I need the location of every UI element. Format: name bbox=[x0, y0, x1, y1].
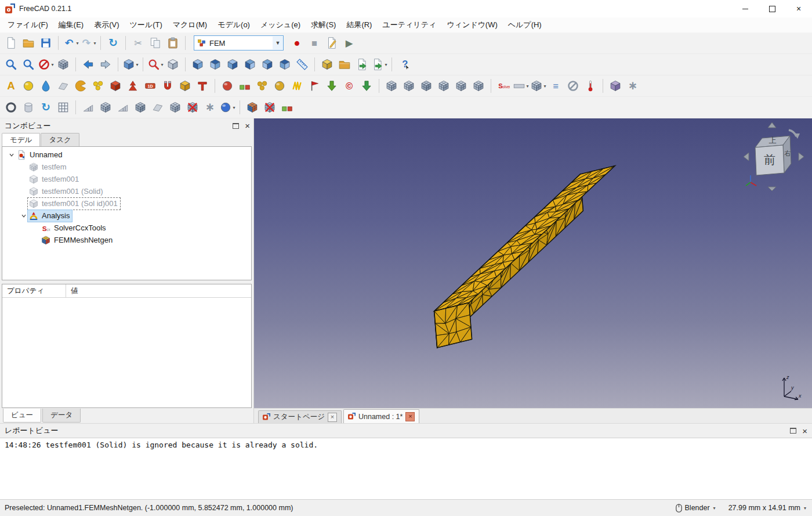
result-mesh-hide-button[interactable] bbox=[261, 99, 278, 116]
fem-constraint-bearing-button[interactable] bbox=[159, 77, 176, 95]
paste-button[interactable] bbox=[164, 34, 182, 52]
post-filter-data-at-point-button[interactable]: ∗ bbox=[201, 99, 219, 116]
view-zoom-button[interactable]: ▾ bbox=[147, 56, 164, 73]
menu-item-7[interactable]: 求解(S) bbox=[306, 17, 341, 33]
refresh-button[interactable]: ↻ bbox=[104, 34, 122, 52]
tree-item-unnamed[interactable]: Unnamed bbox=[2, 149, 251, 161]
tab-data[interactable]: データ bbox=[42, 409, 81, 423]
fem-mesh-boundary-layer-button[interactable] bbox=[418, 77, 435, 95]
tree-item-testfem[interactable]: testfem bbox=[2, 161, 251, 173]
post-data-along-line-button[interactable] bbox=[20, 99, 37, 116]
macro-edit-button[interactable] bbox=[323, 34, 340, 52]
fem-preferences-button[interactable]: ∗ bbox=[624, 77, 641, 95]
fem-constraint-centrifugal-button[interactable]: © bbox=[340, 77, 358, 95]
file-save-button[interactable] bbox=[37, 34, 55, 52]
expander-icon[interactable] bbox=[19, 213, 28, 219]
tab-tasks[interactable]: タスク bbox=[41, 133, 79, 146]
tree-item-testfem001-sol-id-001[interactable]: testfem001 (Sol id)001 bbox=[2, 197, 251, 210]
fem-constraint-force-button[interactable] bbox=[306, 77, 323, 95]
close-tab-icon[interactable]: × bbox=[405, 412, 415, 421]
float-panel-button[interactable] bbox=[233, 123, 239, 129]
minimize-button[interactable] bbox=[732, 0, 759, 17]
fem-mesh-region-button[interactable] bbox=[435, 77, 452, 95]
fem-solver-ccxtools-button[interactable]: Solver bbox=[495, 77, 512, 95]
view-axis-cross-button[interactable] bbox=[164, 56, 182, 73]
post-filter-region-clip-button[interactable] bbox=[97, 99, 114, 116]
menu-item-4[interactable]: マクロ(M) bbox=[168, 17, 212, 33]
fem-constraint-contact-button[interactable] bbox=[253, 77, 271, 95]
tree-item-testfem001[interactable]: testfem001 bbox=[2, 173, 251, 185]
document-tab-1[interactable]: Unnamed : 1*× bbox=[343, 409, 419, 423]
post-filter-warp-button[interactable] bbox=[79, 99, 97, 116]
view-front-button[interactable] bbox=[189, 56, 206, 73]
menu-item-5[interactable]: モデル(o) bbox=[212, 17, 255, 33]
post-filter-cut-function-button[interactable] bbox=[132, 99, 149, 116]
group-create-button[interactable] bbox=[336, 56, 353, 73]
undo-button[interactable]: ↶▾ bbox=[62, 34, 79, 52]
fem-constraint-fixed-button[interactable] bbox=[219, 77, 236, 95]
fem-solver-elmer-button[interactable]: ▾ bbox=[530, 77, 547, 95]
cut-button[interactable]: ✂ bbox=[129, 34, 147, 52]
fem-constraint-section-print-button[interactable] bbox=[194, 77, 211, 95]
property-list[interactable] bbox=[2, 298, 251, 407]
fem-equation-flow-button[interactable]: ≡ bbox=[547, 77, 564, 95]
tree-item-solverccxtools[interactable]: ScxSolverCcxTools bbox=[2, 222, 251, 234]
fem-clipping-plane-button[interactable] bbox=[564, 77, 582, 95]
fem-constraint-spring-button[interactable] bbox=[288, 77, 306, 95]
fem-post-apply-changes-button[interactable] bbox=[607, 77, 624, 95]
close-button[interactable]: × bbox=[785, 0, 812, 17]
tree-item-analysis[interactable]: Analysis bbox=[2, 210, 251, 222]
fem-mesh-gmsh-button[interactable] bbox=[400, 77, 418, 95]
maximize-button[interactable] bbox=[759, 0, 785, 17]
fem-constraint-pressure-button[interactable] bbox=[323, 77, 340, 95]
close-panel-button[interactable]: × bbox=[245, 121, 250, 130]
fem-constraint-gravity-button[interactable] bbox=[358, 77, 375, 95]
nav-forward-button[interactable] bbox=[97, 56, 114, 73]
fem-element-geometry-2d-button[interactable] bbox=[55, 77, 72, 95]
fem-analysis-button[interactable]: A bbox=[2, 77, 20, 95]
3d-viewport[interactable]: 前 上 右 z y bbox=[254, 118, 812, 408]
menu-item-6[interactable]: メッシュ(e) bbox=[255, 17, 306, 33]
menu-item-8[interactable]: 結果(R) bbox=[341, 17, 377, 33]
fem-solver-mystran-button[interactable]: ▾ bbox=[512, 77, 530, 95]
draw-style-button[interactable]: ▾ bbox=[37, 56, 55, 73]
document-tab-0[interactable]: スタートページ× bbox=[258, 410, 342, 423]
macro-record-button[interactable]: ● bbox=[288, 34, 306, 52]
menu-item-9[interactable]: ユーティリティ bbox=[377, 17, 441, 33]
menu-item-11[interactable]: ヘルプ(H) bbox=[503, 17, 547, 33]
post-refresh-button[interactable]: ↻ bbox=[37, 99, 55, 116]
menu-item-3[interactable]: ツール(T) bbox=[125, 17, 168, 33]
tree-item-testfem001-solid[interactable]: testfem001 (Solid) bbox=[2, 185, 251, 197]
workbench-selector[interactable]: FEM▼ bbox=[194, 35, 284, 50]
navigation-cube[interactable]: 前 上 右 bbox=[739, 121, 807, 192]
macro-stop-button[interactable]: ■ bbox=[306, 34, 323, 52]
post-pipeline-from-result-button[interactable] bbox=[2, 99, 20, 116]
nav-back-button[interactable] bbox=[79, 56, 97, 73]
tab-model[interactable]: モデル bbox=[2, 133, 40, 146]
post-create-sphere-button[interactable]: ▾ bbox=[219, 99, 236, 116]
view-fit-all-button[interactable] bbox=[2, 56, 20, 73]
macro-execute-button[interactable]: ▶ bbox=[340, 34, 358, 52]
view-right-button[interactable] bbox=[224, 56, 241, 73]
float-report-button[interactable] bbox=[790, 428, 796, 434]
redo-button[interactable]: ↷▾ bbox=[79, 34, 97, 52]
fem-constraint-tie-button[interactable] bbox=[271, 77, 288, 95]
selection-bounding-box-button[interactable] bbox=[55, 56, 72, 73]
post-filter-glyph-button[interactable] bbox=[166, 99, 184, 116]
file-new-button[interactable] bbox=[2, 34, 20, 52]
fem-material-fluid-button[interactable] bbox=[37, 77, 55, 95]
fem-constraint-displacement-button[interactable] bbox=[236, 77, 253, 95]
menu-item-2[interactable]: 表示(V) bbox=[89, 17, 124, 33]
fem-constraint-initial-temperature-button[interactable] bbox=[176, 77, 194, 95]
tab-view[interactable]: ビュー bbox=[3, 409, 41, 423]
post-filter-cut-mesh-button[interactable] bbox=[184, 99, 201, 116]
fem-mesh-netgen-button[interactable] bbox=[383, 77, 400, 95]
report-view[interactable]: 14:48:26 testfem001 (Solid) is ignored b… bbox=[0, 438, 812, 499]
view-axonometric-button[interactable]: ▾ bbox=[122, 56, 139, 73]
post-filter-contours-button[interactable] bbox=[149, 99, 166, 116]
post-functions-button[interactable] bbox=[55, 99, 72, 116]
navigation-style-selector[interactable]: Blender ▾ bbox=[676, 504, 716, 513]
fem-element-fluid-1d-button[interactable]: 1D bbox=[142, 77, 159, 95]
view-bottom-button[interactable] bbox=[259, 56, 276, 73]
post-filter-scalar-clip-button[interactable] bbox=[114, 99, 132, 116]
